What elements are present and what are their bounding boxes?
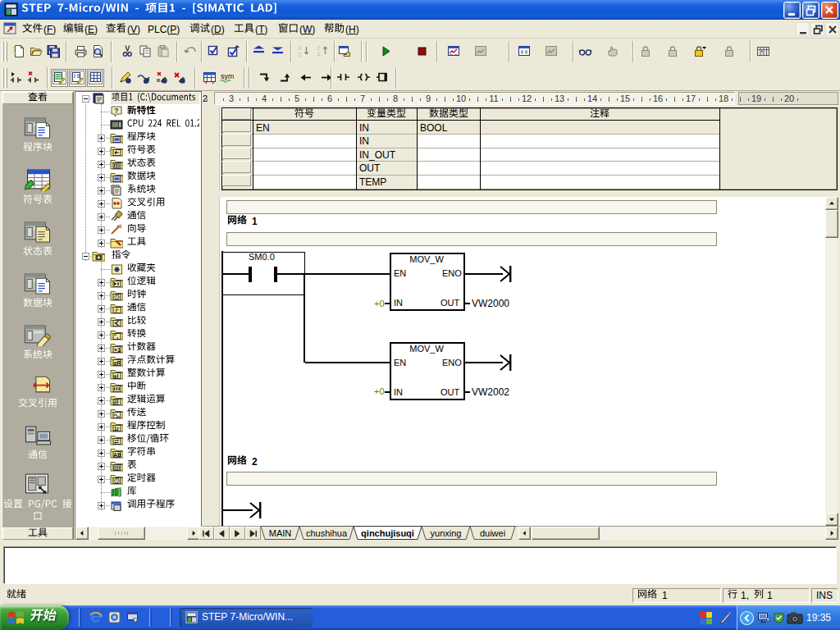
svg-text:AB: AB	[113, 452, 121, 458]
svg-text:sym: sym	[221, 72, 234, 80]
svg-text:±I: ±I	[114, 373, 119, 379]
svg-text:1r: 1r	[114, 426, 120, 431]
svg-text:A: A	[298, 45, 302, 51]
svg-text:01: 01	[113, 401, 118, 406]
svg-text:Z: Z	[317, 45, 321, 51]
svg-text:±R: ±R	[113, 360, 121, 366]
svg-text:?: ?	[114, 107, 119, 115]
svg-text:+1: +1	[114, 346, 121, 354]
svg-text:A: A	[317, 52, 321, 57]
svg-text:Z: Z	[298, 52, 302, 57]
